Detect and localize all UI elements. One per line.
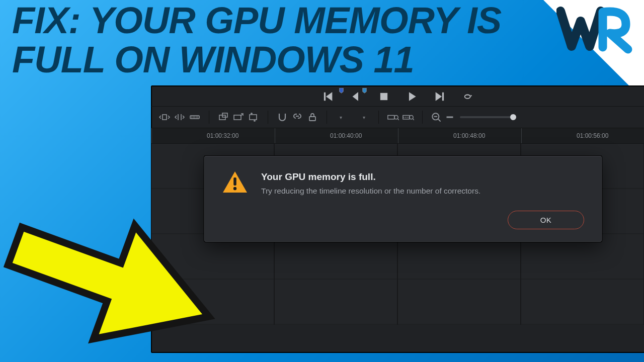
svg-rect-8: [388, 115, 394, 119]
step-back-icon[interactable]: [350, 92, 361, 101]
skip-end-icon[interactable]: [435, 92, 446, 101]
play-icon[interactable]: [407, 92, 418, 101]
dialog-title: Your GPU memory is full.: [261, 171, 480, 183]
insert-clip-icon[interactable]: [217, 112, 229, 122]
zoom-slider[interactable]: [460, 116, 515, 118]
link-icon[interactable]: [291, 112, 303, 122]
zoom-minus-icon[interactable]: [446, 112, 454, 122]
playback-bar: [151, 86, 644, 107]
zoom-out-icon[interactable]: [431, 112, 443, 122]
svg-rect-0: [380, 93, 387, 100]
selection-mode-icon[interactable]: [158, 112, 171, 122]
svg-rect-1: [163, 115, 167, 120]
lock-icon[interactable]: [306, 112, 318, 122]
ruler-label: 01:00:40:00: [330, 132, 362, 139]
wr-logo-icon: [556, 6, 637, 61]
chevron-down-icon: ▾: [340, 115, 342, 120]
overwrite-clip-icon[interactable]: [232, 112, 245, 122]
headline-line-2: FULL ON WINDOWS 11: [12, 40, 513, 79]
toolbar-separator: [422, 111, 423, 124]
svg-rect-7: [309, 117, 315, 121]
marker-b-icon[interactable]: ▾: [358, 112, 370, 122]
toolbar-separator: [209, 111, 209, 124]
error-dialog: Your GPU memory is full. Try reducing th…: [204, 156, 602, 242]
toolbar-separator: [268, 111, 268, 124]
svg-point-9: [394, 115, 398, 119]
ok-button[interactable]: OK: [508, 211, 584, 229]
zoom-range-icon[interactable]: [387, 112, 399, 122]
trim-mode-icon[interactable]: [174, 112, 186, 122]
svg-rect-5: [234, 115, 241, 120]
razor-icon[interactable]: [189, 112, 201, 122]
ruler-label: 01:00:56:00: [577, 132, 608, 139]
svg-rect-13: [447, 117, 453, 118]
toolbar-separator: [378, 111, 379, 124]
timeline-toolbar: ▾ ▾: [151, 107, 644, 128]
svg-rect-14: [233, 177, 236, 186]
stop-icon[interactable]: [378, 92, 389, 101]
svg-point-11: [410, 115, 413, 119]
loop-icon[interactable]: [463, 92, 474, 101]
marker-a-icon[interactable]: ▾: [335, 112, 347, 122]
snap-icon[interactable]: [276, 112, 288, 122]
warning-triangle-icon: [222, 170, 248, 195]
dialog-message: Try reducing the timeline resolution or …: [261, 187, 480, 196]
toolbar-separator: [327, 111, 327, 124]
svg-rect-10: [403, 115, 410, 119]
headline-line-1: FIX: YOUR GPU MEMORY IS: [12, 1, 513, 40]
headline: FIX: YOUR GPU MEMORY IS FULL ON WINDOWS …: [12, 1, 513, 79]
svg-rect-6: [250, 115, 257, 120]
zoom-slider-knob[interactable]: [510, 114, 516, 120]
skip-start-icon[interactable]: [322, 92, 333, 101]
chevron-down-icon: ▾: [363, 115, 365, 120]
svg-point-15: [233, 187, 236, 190]
thumbnail-stage: FIX: YOUR GPU MEMORY IS FULL ON WINDOWS …: [0, 0, 644, 362]
ruler-label: 01:00:48:00: [453, 132, 485, 139]
ruler-label: 01:00:32:00: [207, 132, 238, 139]
replace-clip-icon[interactable]: [248, 112, 260, 122]
zoom-detail-icon[interactable]: [402, 112, 414, 122]
timeline-ruler[interactable]: 01:00:32:00 01:00:40:00 01:00:48:00 01:0…: [151, 128, 644, 144]
